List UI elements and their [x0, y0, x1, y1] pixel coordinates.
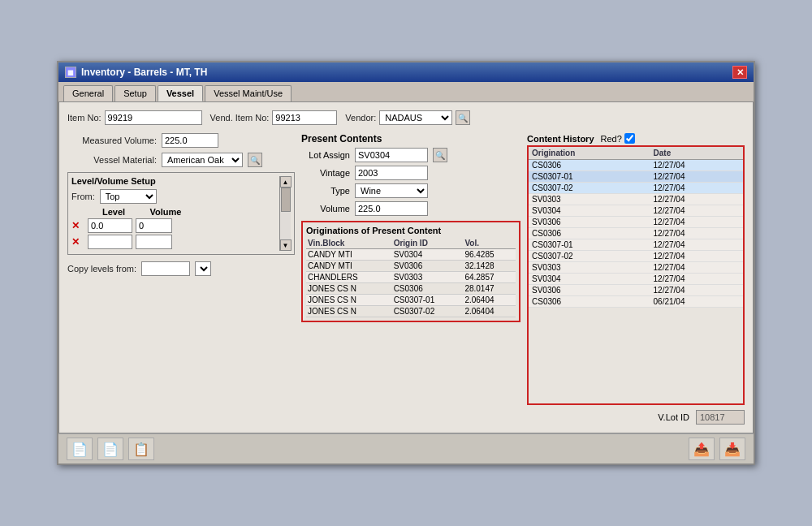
toolbar-icon-2[interactable]: 📄: [97, 438, 123, 460]
copy-levels-dropdown[interactable]: [195, 261, 211, 276]
vintage-input[interactable]: [355, 166, 428, 180]
volume-row: Volume: [301, 201, 520, 216]
toolbar-icon-5[interactable]: 📥: [719, 438, 745, 460]
vendor-dropdown[interactable]: NADAUS: [379, 110, 452, 125]
level-input-2[interactable]: [88, 235, 132, 249]
toolbar-icons-right: 📤 📥: [689, 438, 745, 460]
item-no-label: Item No:: [67, 113, 102, 123]
vessel-material-dropdown[interactable]: American Oak French Oak Other: [162, 153, 243, 167]
vend-item-no-group: Vend. Item No:: [210, 110, 338, 125]
tab-bar: General Setup Vessel Vessel Maint/Use: [58, 82, 754, 101]
lot-assign-label: Lot Assign: [301, 150, 350, 160]
level-input-1[interactable]: [88, 218, 132, 233]
header-row: Item No: Vend. Item No: Vendor: NADAUS 🔍: [67, 110, 745, 125]
type-dropdown[interactable]: Wine Beer Spirits: [355, 183, 428, 198]
tab-general[interactable]: General: [63, 85, 113, 101]
orig-row[interactable]: CHANDLERS SV0303 64.2857: [306, 272, 516, 283]
item-no-input[interactable]: [105, 110, 202, 125]
tab-vessel[interactable]: Vessel: [158, 85, 203, 101]
orig-vol: 64.2857: [463, 272, 516, 283]
from-dropdown[interactable]: Top Bottom: [100, 189, 157, 204]
vend-item-no-input[interactable]: [272, 110, 337, 125]
hist-origination: CS0307-01: [529, 239, 650, 251]
remove-row-2-button[interactable]: ✕: [71, 236, 84, 248]
scroll-thumb[interactable]: [281, 188, 291, 212]
orig-row[interactable]: CANDY MTI SV0306 32.1428: [306, 261, 516, 272]
history-row[interactable]: CS0306 12/27/04: [529, 228, 743, 239]
scroll-up-button[interactable]: ▲: [280, 176, 292, 188]
hist-origination: CS0307-02: [529, 251, 650, 262]
level-scrollbar: ▲ ▼: [279, 176, 291, 251]
copy-levels-label: Copy levels from:: [67, 264, 136, 274]
left-panel: Measured Volume: Vessel Material: Americ…: [67, 133, 295, 425]
orig-col-vinblock: Vin.Block: [306, 238, 392, 249]
orig-vol: 2.06404: [463, 295, 516, 306]
scroll-down-button[interactable]: ▼: [280, 239, 292, 251]
remove-row-1-button[interactable]: ✕: [71, 220, 84, 231]
vintage-row: Vintage: [301, 166, 520, 180]
orig-originid: CS0306: [392, 283, 464, 295]
history-row[interactable]: SV0303 12/27/04: [529, 194, 743, 205]
orig-row[interactable]: CANDY MTI SV0304 96.4285: [306, 249, 516, 261]
vendor-search-icon[interactable]: 🔍: [456, 110, 470, 125]
volume-input[interactable]: [355, 201, 428, 216]
main-area: Measured Volume: Vessel Material: Americ…: [67, 133, 745, 425]
orig-col-vol: Vol.: [463, 238, 516, 249]
red-checkbox-group: Red?: [601, 133, 635, 144]
vintage-label: Vintage: [301, 168, 350, 178]
lot-assign-search-icon[interactable]: 🔍: [433, 148, 447, 162]
history-row[interactable]: SV0303 12/27/04: [529, 262, 743, 274]
orig-originid: CS0307-01: [392, 295, 464, 306]
vessel-material-label: Vessel Material:: [67, 155, 157, 165]
history-row[interactable]: SV0304 12/27/04: [529, 205, 743, 217]
hist-origination: SV0306: [529, 285, 650, 296]
orig-col-originid: Origin ID: [392, 238, 464, 249]
orig-row[interactable]: JONES CS N CS0307-01 2.06404: [306, 295, 516, 306]
level-col-header: Level: [89, 207, 138, 217]
lot-assign-input[interactable]: [355, 148, 428, 162]
window-icon: ▦: [65, 67, 76, 78]
main-window: ▦ Inventory - Barrels - MT, TH ✕ General…: [57, 61, 755, 465]
originations-table: Vin.Block Origin ID Vol. CANDY MTI SV030…: [306, 238, 516, 317]
history-row[interactable]: CS0307-01 12/27/04: [529, 171, 743, 183]
toolbar-icon-4[interactable]: 📤: [689, 438, 715, 460]
volume-input-2[interactable]: [136, 235, 172, 249]
hist-date: 12/27/04: [650, 205, 743, 217]
close-button[interactable]: ✕: [732, 66, 747, 79]
history-row[interactable]: CS0306 06/21/04: [529, 296, 743, 308]
history-row[interactable]: SV0304 12/27/04: [529, 274, 743, 285]
hist-date: 12/27/04: [650, 262, 743, 274]
orig-vol: 2.06404: [463, 306, 516, 317]
orig-row[interactable]: JONES CS N CS0307-02 2.06404: [306, 306, 516, 317]
vessel-material-search-icon[interactable]: 🔍: [248, 153, 262, 167]
toolbar-icon-1[interactable]: 📄: [67, 438, 93, 460]
measured-volume-input[interactable]: [162, 133, 218, 148]
toolbar-icon-3[interactable]: 📋: [128, 438, 154, 460]
bottom-bar: V.Lot ID: [527, 410, 745, 425]
hist-date: 12/27/04: [650, 228, 743, 239]
vlot-id-input[interactable]: [696, 410, 745, 425]
middle-panel: Present Contents Lot Assign 🔍 Vintage Ty…: [301, 133, 520, 425]
hist-origination: CS0307-02: [529, 183, 650, 194]
hist-origination: CS0306: [529, 296, 650, 308]
orig-vol: 32.1428: [463, 261, 516, 272]
copy-levels-input[interactable]: [141, 261, 190, 276]
orig-vinblock: CHANDLERS: [306, 272, 392, 283]
hist-date: 12/27/04: [650, 251, 743, 262]
history-row[interactable]: SV0306 12/27/04: [529, 285, 743, 296]
history-row[interactable]: CS0307-01 12/27/04: [529, 239, 743, 251]
volume-input-1[interactable]: [136, 218, 172, 233]
tab-vessel-maint[interactable]: Vessel Maint/Use: [205, 85, 292, 101]
vendor-group: Vendor: NADAUS 🔍: [345, 110, 470, 125]
level-volume-setup-box: Level/Volume Setup From: Top Bottom Leve…: [67, 172, 295, 255]
tab-setup[interactable]: Setup: [114, 85, 156, 101]
history-table: Origination Date CS0306 12/27/04 CS0307-…: [529, 147, 743, 308]
history-row[interactable]: CS0306 12/27/04: [529, 160, 743, 171]
history-row[interactable]: CS0307-02 12/27/04: [529, 183, 743, 194]
originations-title: Originations of Present Content: [306, 226, 516, 235]
orig-row[interactable]: JONES CS N CS0306 28.0147: [306, 283, 516, 295]
red-checkbox[interactable]: [624, 133, 635, 144]
history-row[interactable]: SV0306 12/27/04: [529, 217, 743, 228]
orig-vinblock: CANDY MTI: [306, 261, 392, 272]
history-row[interactable]: CS0307-02 12/27/04: [529, 251, 743, 262]
